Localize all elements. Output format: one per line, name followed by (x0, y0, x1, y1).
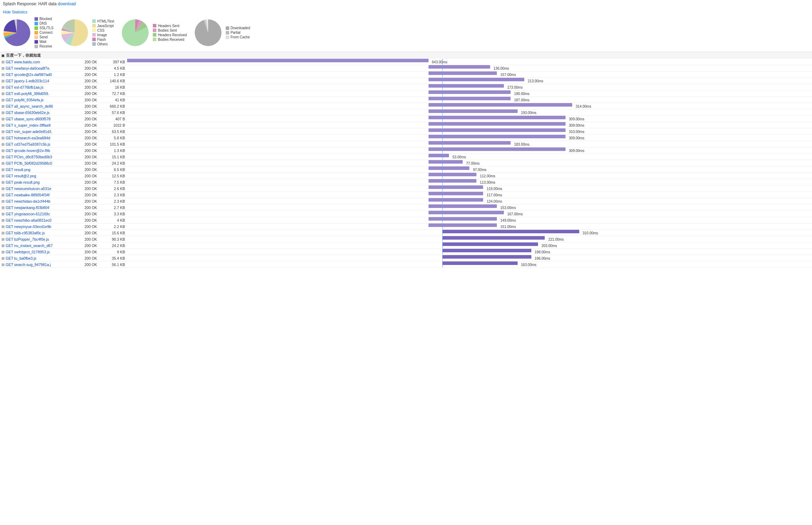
table-row[interactable]: ⊞GET swfobject_0178953.js200 OK9 KB198.0… (0, 249, 812, 255)
table-row[interactable]: ⊞GET nu_instant_search_d67200 OK24.2 KB2… (0, 242, 812, 249)
row-toggle-icon[interactable]: ⊞ (0, 256, 6, 260)
row-toggle-icon[interactable]: ⊞ (0, 136, 6, 140)
table-row[interactable]: ⊞GET esl-d776bfb1aa.js200 OK16 KB173.00m… (0, 84, 812, 90)
table-row[interactable]: ⊞GET newjiankang-f03b804200 OK2.7 KB153.… (0, 204, 812, 211)
legend-bodies-received: Bodies Received (153, 38, 187, 42)
timeline-label: 310.00ms (569, 129, 585, 133)
row-toggle-icon[interactable]: ⊞ (0, 161, 6, 165)
row-toggle-icon[interactable]: ⊞ (0, 91, 6, 96)
row-method-url: GET cd37ed75a9387c5b.js (6, 142, 83, 146)
table-row[interactable]: ⊞GET all_async_search_de86200 OK660.2 KB… (0, 103, 812, 109)
row-timeline: 310.00ms (127, 128, 812, 134)
table-row[interactable]: ⊞GET tslib-c95383af0c.js200 OK15.6 KB310… (0, 230, 812, 236)
row-toggle-icon[interactable]: ⊞ (0, 180, 6, 184)
table-row[interactable]: ⊞GET search-sug_947981a.j200 OK56.1 KB16… (0, 261, 812, 268)
row-toggle-icon[interactable]: ⊞ (0, 72, 6, 77)
row-toggle-icon[interactable]: ⊞ (0, 98, 6, 102)
table-row[interactable]: ⊞GET newzhibo-a6a0831ec0200 OK4 KB149.00… (0, 217, 812, 223)
row-toggle-icon[interactable]: ⊞ (0, 129, 6, 134)
timeline-label: 97.00ms (473, 167, 486, 171)
timeline-bar (442, 242, 538, 246)
table-row[interactable]: ⊞GET newxueshuicon-a531e200 OK2.6 KB119.… (0, 185, 812, 192)
row-status: 200 OK (83, 250, 104, 254)
table-row[interactable]: ⊞GET min_super-ade0e81d3.200 OK63.5 KB31… (0, 128, 812, 135)
table-row[interactable]: ⊞GET tu_ba0fbe3.js200 OK35.4 KB196.00ms (0, 255, 812, 261)
table-row[interactable]: ⊞GET es6-polyfill_388d059.200 OK72.7 KB1… (0, 90, 812, 97)
row-toggle-icon[interactable]: ⊞ (0, 60, 6, 64)
row-toggle-icon[interactable]: ⊞ (0, 66, 6, 70)
row-toggle-icon[interactable]: ⊞ (0, 224, 6, 229)
row-toggle-icon[interactable]: ⊞ (0, 79, 6, 83)
table-row[interactable]: ⊞GET sbase-65630eb62e.js200 OK57.6 KB193… (0, 109, 812, 116)
table-row[interactable]: ⊞GET PCfb_5bf082d29588c0200 OK24.2 KB77.… (0, 160, 812, 166)
table-row[interactable]: ⊞GET polyfill_9354efa.js200 OK41 KB187.0… (0, 97, 812, 103)
row-toggle-icon[interactable]: ⊞ (0, 104, 6, 108)
hide-statistics-button[interactable]: Hide Statistics (3, 10, 27, 14)
others-label: Others (97, 42, 108, 46)
row-toggle-icon[interactable]: ⊞ (0, 205, 6, 210)
row-toggle-icon[interactable]: ⊞ (0, 174, 6, 178)
row-toggle-icon[interactable]: ⊞ (0, 186, 6, 191)
table-row[interactable]: ⊞GET cd37ed75a9387c5b.js200 OK101.5 KB18… (0, 141, 812, 147)
table-row[interactable]: ⊞GET bzPopper_7bc4f0e.js200 OK90.3 KB221… (0, 236, 812, 242)
css-color (92, 29, 96, 32)
row-size: 9 KB (104, 250, 127, 254)
timeline-label: 149.00ms (500, 218, 516, 222)
row-toggle-icon[interactable]: ⊞ (0, 250, 6, 254)
table-row[interactable]: ⊞GET jquery-1-edb203c114200 OK140.6 KB21… (0, 78, 812, 84)
row-method-url: GET PCfb_5bf082d29588c0 (6, 161, 83, 165)
row-toggle-icon[interactable]: ⊞ (0, 237, 6, 241)
row-toggle-icon[interactable]: ⊞ (0, 167, 6, 172)
row-toggle-icon[interactable]: ⊞ (0, 142, 6, 146)
row-toggle-icon[interactable]: ⊞ (0, 155, 6, 159)
row-toggle-icon[interactable]: ⊞ (0, 231, 6, 235)
header: Splash Response: HAR data download (0, 0, 812, 8)
row-toggle-icon[interactable]: ⊞ (0, 110, 6, 115)
row-size: 1.3 KB (104, 148, 127, 153)
blocked-label: Blocked (39, 17, 52, 21)
headers-received-color (153, 33, 156, 37)
table-row[interactable]: ⊞GET hotsearch-ea3ea684d200 OK5.8 KB309.… (0, 135, 812, 141)
group-header[interactable]: ▣ 百度一下，你就知道 (0, 52, 812, 59)
row-method-url: GET PCtm_d9c8750bed0b3 (6, 155, 83, 159)
row-toggle-icon[interactable]: ⊞ (0, 117, 6, 121)
row-size: 397 KB (104, 60, 127, 64)
table-row[interactable]: ⊞GET newfanyi-da0cea8f7e.200 OK4.5 KB136… (0, 65, 812, 71)
row-toggle-icon[interactable]: ⊞ (0, 212, 6, 216)
table-row[interactable]: ⊞GET ubase_sync-d600f578200 OK407 B309.0… (0, 116, 812, 122)
download-link[interactable]: download (58, 1, 76, 6)
row-size: 63.5 KB (104, 129, 127, 134)
table-row[interactable]: ⊞GET newbaike-889054f34f200 OK2.3 KB117.… (0, 192, 812, 198)
legend-send: Send (35, 35, 54, 39)
row-toggle-icon[interactable]: ⊞ (0, 85, 6, 89)
table-row[interactable]: ⊞GET peak-result.png200 OK7.5 KB113.00ms (0, 179, 812, 185)
bodies-received-color (153, 38, 156, 41)
table-row[interactable]: ⊞GET qrcode-hover@2x-f9b200 OK1.3 KB309.… (0, 147, 812, 154)
row-toggle-icon[interactable]: ⊞ (0, 193, 6, 197)
table-row[interactable]: ⊞GET result.png200 OK6.5 KB97.00ms (0, 166, 812, 173)
table-row[interactable]: ⊞GET PCtm_d9c8750bed0b3200 OK15.1 KB53.0… (0, 154, 812, 160)
image-color (92, 33, 96, 37)
table-row[interactable]: ⊞GET www.baidu.com200 OK397 KB643.00ms (0, 59, 812, 65)
row-toggle-icon[interactable]: ⊞ (0, 199, 6, 203)
table-row[interactable]: ⊞GET result@2.png200 OK12.5 KB112.00ms (0, 173, 812, 179)
row-toggle-icon[interactable]: ⊞ (0, 262, 6, 267)
row-size: 2.3 KB (104, 199, 127, 203)
timeline-bar (429, 71, 497, 75)
row-method-url: GET ubase_sync-d600f578 (6, 117, 83, 121)
legend-ssl: SSL/TLS (35, 26, 54, 30)
row-size: 15.6 KB (104, 231, 127, 235)
row-toggle-icon[interactable]: ⊞ (0, 123, 6, 127)
row-toggle-icon[interactable]: ⊞ (0, 218, 6, 222)
legend-downloaded: Downloaded (226, 26, 250, 30)
cache-chart-block: Downloaded Partial From Cache (194, 19, 250, 47)
row-method-url: GET www.baidu.com (6, 60, 83, 64)
table-row[interactable]: ⊞GET newzhidao-da1cf444b200 OK2.3 KB124.… (0, 198, 812, 204)
table-row[interactable]: ⊞GET yingxiaoicon-612169c200 OK3.3 KB167… (0, 211, 812, 217)
row-timeline: 97.00ms (127, 166, 812, 172)
table-row[interactable]: ⊞GET newyinyue-03ecd1e9b200 OK2.2 KB151.… (0, 223, 812, 230)
table-row[interactable]: ⊞GET qrcode@2x-daf987ad0200 OK1.2 KB157.… (0, 71, 812, 78)
table-row[interactable]: ⊞GET s_super_index-3fffae8200 OK1022 B30… (0, 122, 812, 128)
row-toggle-icon[interactable]: ⊞ (0, 243, 6, 248)
row-toggle-icon[interactable]: ⊞ (0, 148, 6, 153)
